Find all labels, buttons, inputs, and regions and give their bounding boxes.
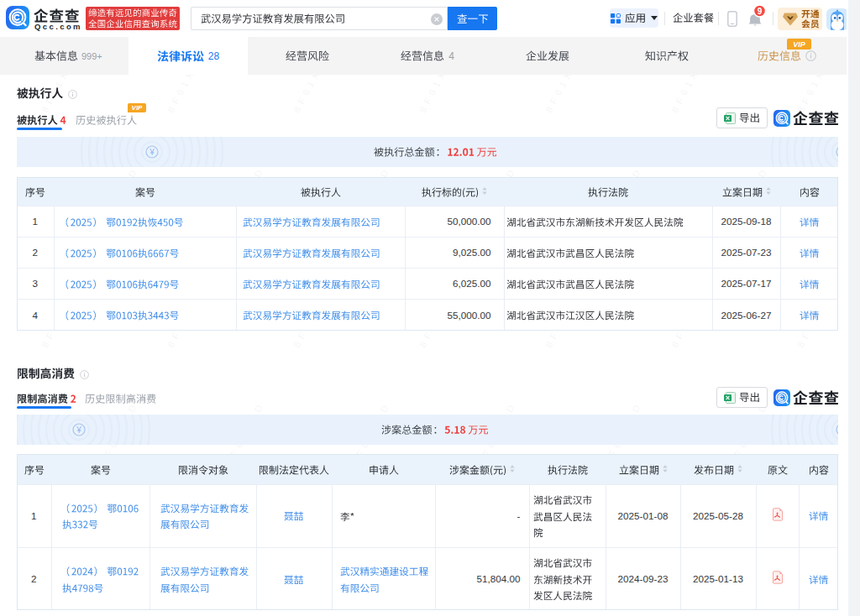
svg-text:9: 9 — [758, 7, 763, 16]
